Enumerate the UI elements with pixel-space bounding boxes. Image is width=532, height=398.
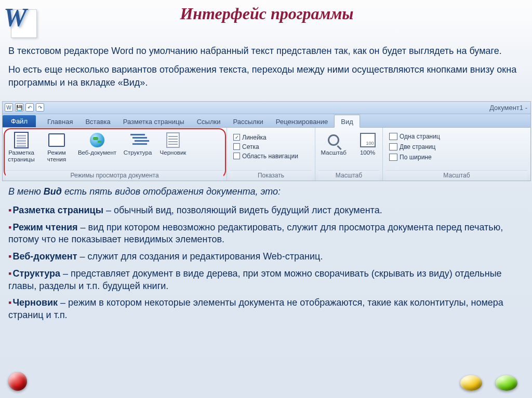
chk-grid[interactable]: Сетка	[233, 143, 298, 150]
group-label-zoom-2: Масштаб	[386, 170, 527, 181]
page-layout-icon	[14, 132, 29, 148]
btn-web-layout[interactable]: Веб-документ	[76, 132, 118, 156]
draft-icon	[166, 132, 180, 148]
btn-page-width[interactable]: По ширине	[389, 154, 440, 161]
group-zoom-presets: Одна страниц Две страниц По ширине Масшт…	[383, 128, 530, 181]
save-icon[interactable]: 💾	[15, 103, 23, 112]
word-app-icon: W	[2, 4, 43, 40]
mode-list: ▪Разметка страницы – обычный вид, позвол…	[0, 199, 532, 323]
redo-icon[interactable]: ↷	[36, 103, 44, 112]
one-page-icon	[389, 133, 397, 140]
btn-print-layout[interactable]: Разметка страницы	[6, 132, 37, 162]
tab-home[interactable]: Главная	[41, 115, 79, 127]
tab-references[interactable]: Ссылки	[191, 115, 227, 127]
ribbon-tabs: Файл Главная Вставка Разметка страницы С…	[3, 114, 530, 128]
menu-intro-line: В меню Вид есть пять видов отображения д…	[0, 183, 532, 199]
outline-icon	[130, 133, 145, 147]
chk-nav-pane[interactable]: Область навигации	[233, 153, 298, 160]
intro-paragraph-1: В текстовом редакторе Word по умолчанию …	[8, 45, 524, 57]
globe-icon	[90, 133, 104, 147]
file-tab[interactable]: Файл	[3, 115, 36, 127]
group-label-zoom: Масштаб	[318, 170, 379, 181]
word-ribbon: W 💾 ↶ ↷ Документ1 - Файл Главная Вставка…	[2, 101, 531, 181]
nav-ball-green[interactable]	[496, 375, 517, 391]
group-label-views: Режимы просмотра документа	[6, 170, 223, 181]
btn-two-pages[interactable]: Две страниц	[389, 143, 440, 150]
book-icon	[48, 133, 65, 147]
btn-100-percent[interactable]: 100 100%	[356, 132, 379, 156]
undo-icon[interactable]: ↶	[25, 103, 34, 112]
hundred-percent-icon: 100	[360, 133, 376, 147]
btn-outline[interactable]: Структура	[122, 132, 153, 156]
group-zoom-buttons: Масштаб 100 100% Масштаб	[315, 128, 383, 181]
group-show: ✓Линейка Сетка Область навигации Показат…	[227, 128, 315, 181]
nav-ball-yellow[interactable]	[460, 375, 482, 391]
chk-ruler[interactable]: ✓Линейка	[233, 134, 298, 141]
mode-item-outline: ▪Структура – представляет документ в вид…	[8, 265, 524, 294]
tab-review[interactable]: Рецензирование	[270, 115, 334, 127]
page-title: Интерфейс программы	[43, 4, 527, 23]
intro-paragraph-2: Но есть еще несколько вариантов отображе…	[8, 63, 524, 89]
group-document-views: Разметка страницы Режим чтения Веб-докум…	[3, 128, 227, 181]
page-width-icon	[389, 154, 397, 161]
tab-view[interactable]: Вид	[334, 115, 360, 128]
btn-draft[interactable]: Черновик	[157, 132, 189, 156]
btn-reading-mode[interactable]: Режим чтения	[41, 132, 72, 162]
two-pages-icon	[389, 143, 397, 150]
document-title: Документ1 -	[489, 104, 527, 112]
zoom-icon	[328, 134, 339, 146]
ribbon-title-bar: W 💾 ↶ ↷ Документ1 -	[3, 102, 530, 114]
mode-item-web: ▪Веб-документ – служит для создания и ре…	[8, 248, 524, 265]
tab-page-layout[interactable]: Разметка страницы	[117, 115, 191, 127]
group-label-show: Показать	[230, 170, 312, 181]
word-mini-icon: W	[5, 103, 13, 112]
nav-ball-red[interactable]	[8, 372, 27, 391]
btn-one-page[interactable]: Одна страниц	[389, 133, 440, 140]
btn-zoom[interactable]: Масштаб	[318, 132, 349, 156]
mode-item-print-layout: ▪Разметка страницы – обычный вид, позвол…	[8, 201, 524, 218]
mode-item-reading: ▪Режим чтения – вид при котором невозмож…	[8, 218, 524, 248]
tab-mailings[interactable]: Рассылки	[227, 115, 270, 127]
mode-item-draft: ▪Черновик – режим в котором некоторые эл…	[8, 294, 524, 323]
tab-insert[interactable]: Вставка	[79, 115, 116, 127]
